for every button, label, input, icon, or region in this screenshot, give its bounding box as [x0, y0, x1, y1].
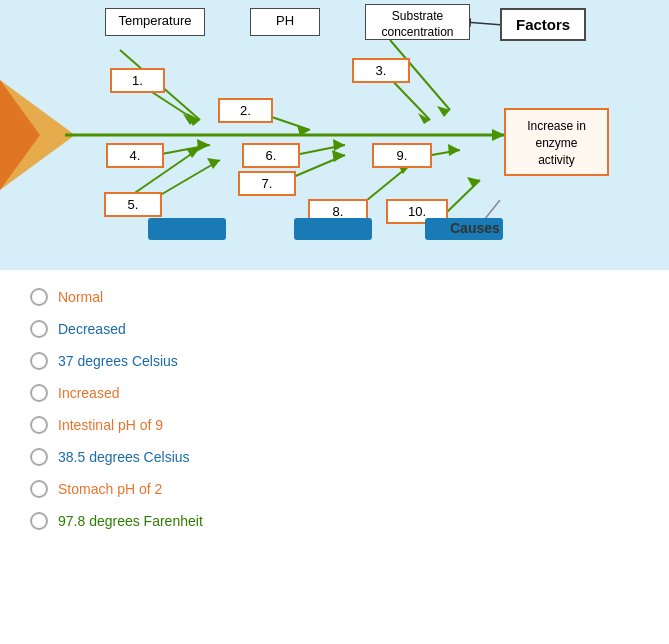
- option-label-8: 97.8 degrees Farenheit: [58, 513, 203, 529]
- radio-2[interactable]: [30, 320, 48, 338]
- svg-marker-1: [0, 80, 40, 190]
- svg-marker-29: [467, 177, 480, 188]
- svg-marker-7: [183, 114, 195, 125]
- svg-line-28: [445, 180, 480, 214]
- radio-8[interactable]: [30, 512, 48, 530]
- option-row-2[interactable]: Decreased: [30, 320, 639, 338]
- radio-6[interactable]: [30, 448, 48, 466]
- option-row-4[interactable]: Increased: [30, 384, 639, 402]
- box-2: 2.: [218, 98, 273, 123]
- options-area: Normal Decreased 37 degrees Celsius Incr…: [0, 270, 669, 562]
- radio-1[interactable]: [30, 288, 48, 306]
- answer-box-1: [148, 218, 226, 240]
- box-4: 4.: [106, 143, 164, 168]
- option-row-3[interactable]: 37 degrees Celsius: [30, 352, 639, 370]
- option-label-2: Decreased: [58, 321, 126, 337]
- option-label-4: Increased: [58, 385, 119, 401]
- svg-marker-27: [448, 144, 460, 156]
- temperature-box: Temperature: [105, 8, 205, 36]
- svg-marker-15: [186, 148, 200, 158]
- box-7: 7.: [238, 171, 296, 196]
- box-5: 5.: [104, 192, 162, 217]
- box-3: 3.: [352, 58, 410, 83]
- option-label-6: 38.5 degrees Celsius: [58, 449, 190, 465]
- causes-label: Causes: [450, 220, 500, 236]
- factors-box: Factors: [500, 8, 586, 41]
- svg-marker-0: [0, 80, 75, 190]
- radio-4[interactable]: [30, 384, 48, 402]
- svg-marker-13: [418, 113, 430, 124]
- svg-line-31: [465, 22, 503, 25]
- option-row-5[interactable]: Intestinal pH of 9: [30, 416, 639, 434]
- svg-marker-9: [297, 125, 310, 136]
- ph-box: PH: [250, 8, 320, 36]
- option-label-1: Normal: [58, 289, 103, 305]
- option-row-6[interactable]: 38.5 degrees Celsius: [30, 448, 639, 466]
- radio-5[interactable]: [30, 416, 48, 434]
- radio-3[interactable]: [30, 352, 48, 370]
- option-row-7[interactable]: Stomach pH of 2: [30, 480, 639, 498]
- option-row-8[interactable]: 97.8 degrees Farenheit: [30, 512, 639, 530]
- option-label-7: Stomach pH of 2: [58, 481, 162, 497]
- outcome-box: Increase inenzymeactivity: [504, 108, 609, 176]
- box-6: 6.: [242, 143, 300, 168]
- svg-marker-11: [437, 106, 450, 117]
- svg-marker-17: [197, 139, 210, 151]
- substrate-box: Substrateconcentration: [365, 4, 470, 40]
- answer-box-2: [294, 218, 372, 240]
- svg-marker-21: [333, 139, 345, 151]
- option-label-5: Intestinal pH of 9: [58, 417, 163, 433]
- fishbone-diagram: Temperature PH Substrateconcentration Fa…: [0, 0, 669, 270]
- svg-marker-5: [187, 113, 200, 126]
- box-1: 1.: [110, 68, 165, 93]
- radio-7[interactable]: [30, 480, 48, 498]
- svg-marker-23: [332, 150, 345, 162]
- option-label-3: 37 degrees Celsius: [58, 353, 178, 369]
- svg-marker-19: [207, 158, 220, 169]
- box-9: 9.: [372, 143, 432, 168]
- option-row-1[interactable]: Normal: [30, 288, 639, 306]
